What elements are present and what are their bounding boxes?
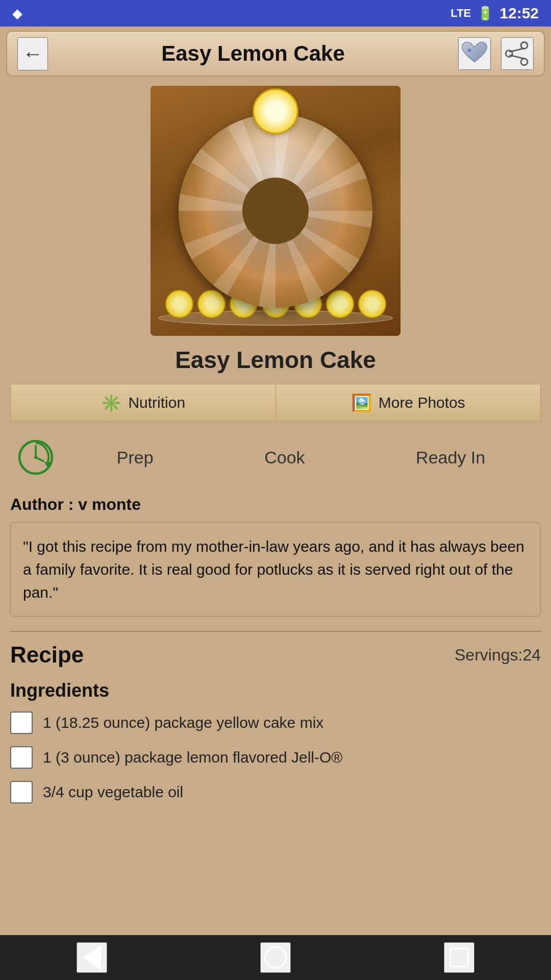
main-content: Easy Lemon Cake ✳️ Nutrition 🖼️ More Pho… — [0, 81, 551, 935]
back-nav-icon — [83, 945, 101, 970]
battery-icon: 🔋 — [477, 6, 493, 21]
lte-icon: LTE — [450, 7, 471, 20]
ingredient-text-3: 3/4 cup vegetable oil — [43, 783, 183, 801]
clock-icon — [16, 438, 55, 477]
quote-box: "I got this recipe from my mother-in-law… — [10, 522, 541, 617]
timing-section: Prep Cook Ready In — [10, 432, 541, 483]
cook-label: Cook — [264, 448, 305, 468]
recipe-label: Recipe — [10, 642, 84, 668]
app-bar: ← Easy Lemon Cake — [6, 31, 545, 77]
ingredient-text-2: 1 (3 ounce) package lemon flavored Jell-… — [43, 749, 342, 766]
svg-line-4 — [509, 48, 524, 52]
lemon-slice — [197, 290, 226, 318]
quote-text: "I got this recipe from my mother-in-law… — [23, 535, 528, 604]
back-button[interactable]: ← — [17, 37, 48, 70]
author-text: Author : v monte — [10, 495, 141, 513]
bottom-nav — [0, 935, 551, 980]
ingredient-checkbox-1[interactable] — [10, 712, 33, 734]
signal-icon: ◆ — [12, 6, 22, 21]
more-photos-label: More Photos — [379, 394, 465, 411]
ingredient-item: 3/4 cup vegetable oil — [10, 781, 541, 803]
nav-back-button[interactable] — [77, 942, 107, 973]
recipe-title: Easy Lemon Cake — [10, 346, 541, 374]
cake-body — [179, 114, 372, 308]
status-time: 12:52 — [499, 5, 539, 22]
photos-icon: 🖼️ — [351, 393, 372, 413]
nutrition-icon: ✳️ — [101, 393, 122, 413]
home-nav-icon — [264, 946, 287, 969]
app-bar-actions — [458, 37, 534, 70]
recipe-image-container — [10, 86, 541, 336]
author-section: Author : v monte — [10, 495, 541, 514]
clock-icon-container — [10, 437, 61, 478]
svg-point-1 — [521, 42, 528, 48]
timing-labels: Prep Cook Ready In — [61, 448, 541, 468]
ingredient-checkbox-2[interactable] — [10, 746, 33, 769]
svg-line-9 — [36, 457, 43, 461]
nutrition-label: Nutrition — [128, 394, 185, 411]
ingredient-item: 1 (3 ounce) package lemon flavored Jell-… — [10, 746, 541, 769]
nav-home-button[interactable] — [260, 942, 291, 973]
heart-icon — [461, 40, 488, 67]
cake-visual — [151, 86, 400, 336]
ready-label: Ready In — [416, 448, 485, 468]
app-bar-title: Easy Lemon Cake — [56, 41, 450, 66]
ingredients-section: Ingredients 1 (18.25 ounce) package yell… — [10, 680, 541, 803]
svg-line-5 — [509, 55, 524, 59]
section-divider — [10, 631, 541, 632]
cake-hole — [242, 178, 309, 244]
share-icon — [504, 40, 531, 67]
status-bar: ◆ LTE 🔋 12:52 — [0, 0, 551, 27]
recipe-image — [151, 86, 400, 336]
ingredient-text-1: 1 (18.25 ounce) package yellow cake mix — [43, 714, 323, 731]
share-button[interactable] — [501, 37, 534, 70]
ingredient-item: 1 (18.25 ounce) package yellow cake mix — [10, 712, 541, 734]
ingredient-checkbox-3[interactable] — [10, 781, 33, 803]
svg-point-2 — [521, 59, 528, 65]
more-photos-button[interactable]: 🖼️ More Photos — [276, 384, 541, 421]
nav-recent-button[interactable] — [444, 942, 474, 973]
ingredients-header: Ingredients — [10, 680, 541, 701]
lemon-slice — [326, 290, 354, 318]
prep-label: Prep — [117, 448, 154, 468]
lemon-slice — [165, 290, 193, 318]
nutrition-button[interactable]: ✳️ Nutrition — [11, 384, 276, 421]
favorite-button[interactable] — [458, 37, 491, 70]
recipe-header: Recipe Servings:24 — [10, 642, 541, 668]
action-buttons: ✳️ Nutrition 🖼️ More Photos — [10, 384, 541, 422]
lemon-slice — [358, 290, 386, 318]
svg-point-0 — [468, 48, 471, 52]
recent-nav-icon — [449, 948, 469, 967]
servings-text: Servings:24 — [455, 646, 541, 665]
